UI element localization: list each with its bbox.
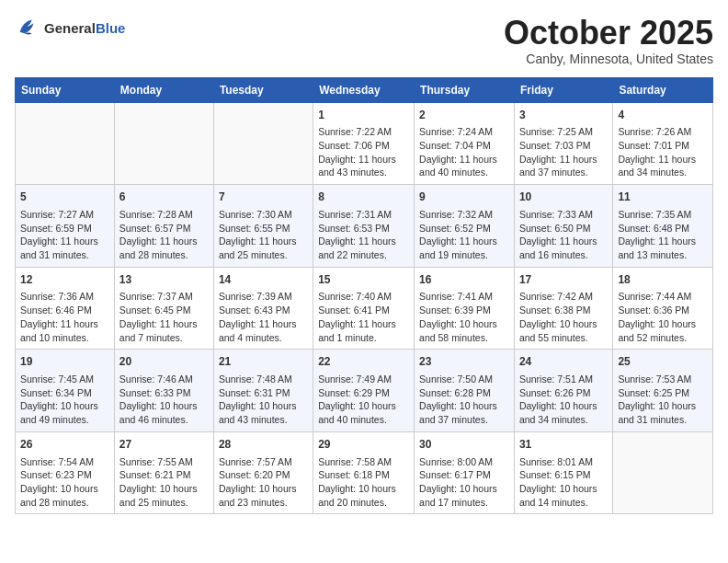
day-number: 11 bbox=[618, 190, 708, 205]
day-number: 25 bbox=[618, 354, 708, 370]
calendar-cell: 8Sunrise: 7:31 AMSunset: 6:53 PMDaylight… bbox=[313, 185, 415, 268]
calendar-cell: 13Sunrise: 7:37 AMSunset: 6:45 PMDayligh… bbox=[114, 267, 213, 350]
cell-content: Sunrise: 7:55 AMSunset: 6:21 PMDaylight:… bbox=[119, 455, 209, 510]
day-number: 27 bbox=[119, 437, 209, 453]
calendar-cell: 27Sunrise: 7:55 AMSunset: 6:21 PMDayligh… bbox=[114, 431, 213, 514]
cell-content: Sunrise: 7:53 AMSunset: 6:25 PMDaylight:… bbox=[618, 373, 708, 427]
day-number: 20 bbox=[119, 354, 209, 370]
calendar-header: Sunday Monday Tuesday Wednesday Thursday… bbox=[16, 77, 713, 102]
calendar-cell: 19Sunrise: 7:45 AMSunset: 6:34 PMDayligh… bbox=[16, 350, 115, 432]
cell-content: Sunrise: 7:58 AMSunset: 6:18 PMDaylight:… bbox=[318, 455, 409, 510]
day-number: 10 bbox=[519, 190, 608, 205]
calendar-cell: 3Sunrise: 7:25 AMSunset: 7:03 PMDaylight… bbox=[514, 102, 612, 185]
cell-content: Sunrise: 7:51 AMSunset: 6:26 PMDaylight:… bbox=[519, 373, 608, 427]
calendar-cell: 24Sunrise: 7:51 AMSunset: 6:26 PMDayligh… bbox=[514, 350, 612, 432]
day-number: 13 bbox=[119, 272, 209, 288]
location: Canby, Minnesota, United States bbox=[504, 52, 713, 66]
cell-content: Sunrise: 7:24 AMSunset: 7:04 PMDaylight:… bbox=[419, 125, 509, 179]
cell-content: Sunrise: 7:44 AMSunset: 6:36 PMDaylight:… bbox=[618, 290, 708, 344]
calendar-cell bbox=[613, 431, 713, 514]
calendar-cell bbox=[213, 102, 313, 185]
cell-content: Sunrise: 7:49 AMSunset: 6:29 PMDaylight:… bbox=[318, 373, 409, 427]
cell-content: Sunrise: 7:22 AMSunset: 7:06 PMDaylight:… bbox=[318, 125, 409, 179]
cell-content: Sunrise: 7:26 AMSunset: 7:01 PMDaylight:… bbox=[618, 125, 708, 179]
week-row-4: 19Sunrise: 7:45 AMSunset: 6:34 PMDayligh… bbox=[16, 350, 713, 432]
day-number: 3 bbox=[519, 108, 608, 123]
cell-content: Sunrise: 7:27 AMSunset: 6:59 PMDaylight:… bbox=[20, 208, 109, 262]
calendar-cell bbox=[114, 102, 213, 185]
calendar-cell: 7Sunrise: 7:30 AMSunset: 6:55 PMDaylight… bbox=[213, 185, 313, 268]
calendar-cell: 1Sunrise: 7:22 AMSunset: 7:06 PMDaylight… bbox=[313, 102, 415, 185]
day-number: 9 bbox=[419, 190, 509, 205]
day-number: 7 bbox=[219, 190, 308, 205]
day-number: 23 bbox=[419, 354, 509, 370]
cell-content: Sunrise: 7:30 AMSunset: 6:55 PMDaylight:… bbox=[219, 208, 308, 262]
logo: GeneralBlue bbox=[15, 15, 125, 40]
cell-content: Sunrise: 7:32 AMSunset: 6:52 PMDaylight:… bbox=[419, 208, 509, 262]
day-number: 30 bbox=[419, 437, 509, 453]
cell-content: Sunrise: 7:31 AMSunset: 6:53 PMDaylight:… bbox=[318, 208, 409, 262]
calendar-cell: 30Sunrise: 8:00 AMSunset: 6:17 PMDayligh… bbox=[415, 431, 515, 514]
day-number: 31 bbox=[519, 437, 608, 453]
week-row-3: 12Sunrise: 7:36 AMSunset: 6:46 PMDayligh… bbox=[16, 267, 713, 350]
calendar-cell: 25Sunrise: 7:53 AMSunset: 6:25 PMDayligh… bbox=[613, 350, 713, 432]
calendar-body: 1Sunrise: 7:22 AMSunset: 7:06 PMDaylight… bbox=[16, 102, 713, 514]
calendar-cell: 26Sunrise: 7:54 AMSunset: 6:23 PMDayligh… bbox=[16, 431, 115, 514]
day-number: 12 bbox=[20, 272, 109, 288]
calendar-cell: 31Sunrise: 8:01 AMSunset: 6:15 PMDayligh… bbox=[514, 431, 612, 514]
page-header: GeneralBlue October 2025 Canby, Minnesot… bbox=[15, 15, 713, 66]
cell-content: Sunrise: 7:54 AMSunset: 6:23 PMDaylight:… bbox=[20, 455, 109, 510]
calendar-cell: 12Sunrise: 7:36 AMSunset: 6:46 PMDayligh… bbox=[16, 267, 115, 350]
day-number: 18 bbox=[618, 272, 708, 288]
day-number: 26 bbox=[20, 437, 109, 453]
day-number: 2 bbox=[419, 108, 509, 123]
week-row-5: 26Sunrise: 7:54 AMSunset: 6:23 PMDayligh… bbox=[16, 431, 713, 514]
days-row: Sunday Monday Tuesday Wednesday Thursday… bbox=[16, 77, 713, 102]
cell-content: Sunrise: 7:42 AMSunset: 6:38 PMDaylight:… bbox=[519, 290, 608, 344]
day-number: 29 bbox=[318, 437, 409, 453]
cell-content: Sunrise: 7:33 AMSunset: 6:50 PMDaylight:… bbox=[519, 208, 608, 262]
cell-content: Sunrise: 7:48 AMSunset: 6:31 PMDaylight:… bbox=[219, 373, 308, 427]
calendar-cell: 5Sunrise: 7:27 AMSunset: 6:59 PMDaylight… bbox=[16, 185, 115, 268]
calendar-cell bbox=[16, 102, 115, 185]
cell-content: Sunrise: 7:46 AMSunset: 6:33 PMDaylight:… bbox=[119, 373, 209, 427]
cell-content: Sunrise: 7:40 AMSunset: 6:41 PMDaylight:… bbox=[318, 290, 409, 344]
cell-content: Sunrise: 8:00 AMSunset: 6:17 PMDaylight:… bbox=[419, 455, 509, 510]
calendar-cell: 20Sunrise: 7:46 AMSunset: 6:33 PMDayligh… bbox=[114, 350, 213, 432]
day-number: 8 bbox=[318, 190, 409, 205]
day-number: 17 bbox=[519, 272, 608, 288]
calendar-cell: 4Sunrise: 7:26 AMSunset: 7:01 PMDaylight… bbox=[613, 102, 713, 185]
cell-content: Sunrise: 8:01 AMSunset: 6:15 PMDaylight:… bbox=[519, 455, 608, 510]
day-number: 24 bbox=[519, 354, 608, 370]
cell-content: Sunrise: 7:41 AMSunset: 6:39 PMDaylight:… bbox=[419, 290, 509, 344]
calendar-table: Sunday Monday Tuesday Wednesday Thursday… bbox=[15, 77, 713, 515]
logo-bird-icon bbox=[15, 15, 40, 40]
calendar-cell: 29Sunrise: 7:58 AMSunset: 6:18 PMDayligh… bbox=[313, 431, 415, 514]
header-thursday: Thursday bbox=[415, 77, 515, 102]
cell-content: Sunrise: 7:25 AMSunset: 7:03 PMDaylight:… bbox=[519, 125, 608, 179]
header-wednesday: Wednesday bbox=[313, 77, 415, 102]
calendar-cell: 22Sunrise: 7:49 AMSunset: 6:29 PMDayligh… bbox=[313, 350, 415, 432]
cell-content: Sunrise: 7:39 AMSunset: 6:43 PMDaylight:… bbox=[219, 290, 308, 344]
calendar-cell: 28Sunrise: 7:57 AMSunset: 6:20 PMDayligh… bbox=[213, 431, 313, 514]
day-number: 5 bbox=[20, 190, 109, 205]
calendar-cell: 16Sunrise: 7:41 AMSunset: 6:39 PMDayligh… bbox=[415, 267, 515, 350]
day-number: 6 bbox=[119, 190, 209, 205]
day-number: 21 bbox=[219, 354, 308, 370]
day-number: 16 bbox=[419, 272, 509, 288]
cell-content: Sunrise: 7:36 AMSunset: 6:46 PMDaylight:… bbox=[20, 290, 109, 344]
calendar-cell: 11Sunrise: 7:35 AMSunset: 6:48 PMDayligh… bbox=[613, 185, 713, 268]
week-row-1: 1Sunrise: 7:22 AMSunset: 7:06 PMDaylight… bbox=[16, 102, 713, 185]
calendar-cell: 2Sunrise: 7:24 AMSunset: 7:04 PMDaylight… bbox=[415, 102, 515, 185]
calendar-cell: 23Sunrise: 7:50 AMSunset: 6:28 PMDayligh… bbox=[415, 350, 515, 432]
day-number: 4 bbox=[618, 108, 708, 123]
calendar-cell: 6Sunrise: 7:28 AMSunset: 6:57 PMDaylight… bbox=[114, 185, 213, 268]
calendar-cell: 14Sunrise: 7:39 AMSunset: 6:43 PMDayligh… bbox=[213, 267, 313, 350]
header-saturday: Saturday bbox=[613, 77, 713, 102]
day-number: 22 bbox=[318, 354, 409, 370]
week-row-2: 5Sunrise: 7:27 AMSunset: 6:59 PMDaylight… bbox=[16, 185, 713, 268]
cell-content: Sunrise: 7:28 AMSunset: 6:57 PMDaylight:… bbox=[119, 208, 209, 262]
calendar-cell: 21Sunrise: 7:48 AMSunset: 6:31 PMDayligh… bbox=[213, 350, 313, 432]
cell-content: Sunrise: 7:50 AMSunset: 6:28 PMDaylight:… bbox=[419, 373, 509, 427]
logo-text: GeneralBlue bbox=[44, 20, 125, 36]
